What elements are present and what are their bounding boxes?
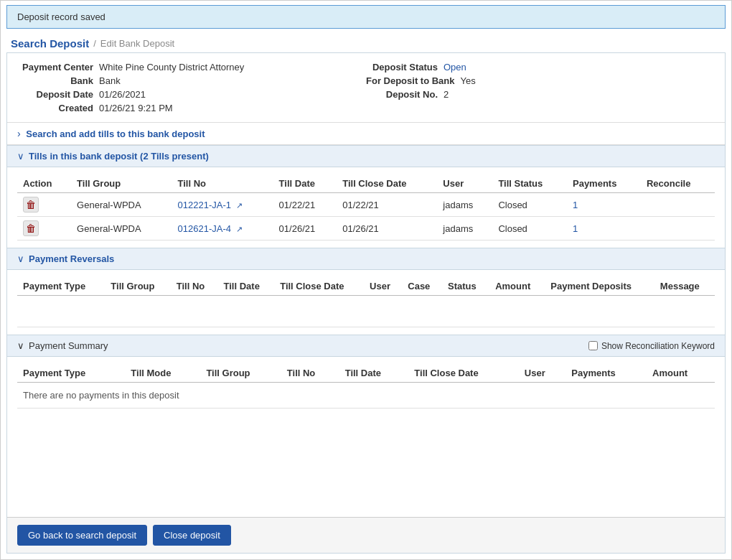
bank-label: Bank [22,75,93,86]
reversals-expand-arrow: ∨ [17,253,24,264]
rev-col-case: Case [402,277,442,296]
deposit-date-row: Deposit Date 01/26/2021 [22,89,366,100]
show-reconciliation-area: Show Reconciliation Keyword [588,341,715,351]
rev-col-till-date: Till Date [218,277,275,296]
created-label: Created [22,103,93,113]
tills-expand-arrow: ∨ [17,151,24,162]
rev-col-status: Status [442,277,489,296]
payment-summary-header: ∨ Payment Summary Show Reconciliation Ke… [7,335,725,357]
tills-table-header-row: Action Till Group Till No Till Date Till… [17,174,715,193]
show-reconciliation-checkbox[interactable] [588,341,598,350]
col-reconcile: Reconcile [641,174,715,193]
till-date-cell: 01/22/21 [273,193,337,217]
till-reconcile-cell [641,217,715,241]
rev-col-till-group: Till Group [105,277,170,296]
till-no-cell[interactable]: 012221-JA-1 ↗ [172,193,273,217]
success-banner: Deposit record saved [6,5,726,29]
sum-col-till-group: Till Group [200,364,281,383]
info-left: Payment Center White Pine County Distric… [22,62,366,113]
summary-expand-arrow: ∨ [17,340,24,351]
created-value: 01/26/21 9:21 PM [99,103,173,113]
rev-col-till-close-date: Till Close Date [274,277,364,296]
till-user-cell: jadams [437,193,492,217]
deposit-no-label: Deposit No. [366,89,438,100]
reversals-empty-cell [17,296,715,327]
no-payments-message: There are no payments in this deposit [17,383,715,409]
summary-header-row: Payment Type Till Mode Till Group Till N… [17,364,715,383]
till-status-cell: Closed [492,217,567,241]
breadcrumb: Search Deposit / Edit Bank Deposit [1,33,731,52]
go-back-button[interactable]: Go back to search deposit [17,525,147,546]
tills-table: Action Till Group Till No Till Date Till… [17,174,715,241]
search-add-link[interactable]: Search and add tills to this bank deposi… [26,129,205,139]
col-till-no: Till No [172,174,273,193]
till-group-cell: General-WPDA [71,193,172,217]
reversals-table-section: Payment Type Till Group Till No Till Dat… [7,270,725,335]
deposit-no-value: 2 [444,89,449,100]
for-deposit-row: For Deposit to Bank Yes [366,75,710,86]
rev-col-amount: Amount [489,277,545,296]
delete-till-icon[interactable]: 🗑 [23,197,39,213]
created-row: Created 01/26/21 9:21 PM [22,103,366,113]
tills-table-section: Action Till Group Till No Till Date Till… [7,167,725,248]
col-till-close-date: Till Close Date [337,174,437,193]
reversals-header-row: Payment Type Till Group Till No Till Dat… [17,277,715,296]
main-content: Payment Center White Pine County Distric… [6,52,726,554]
breadcrumb-separator: / [93,38,96,49]
till-payments-cell[interactable]: 1 [567,217,641,241]
col-action: Action [17,174,71,193]
footer-buttons: Go back to search deposit Close deposit [7,517,725,553]
sum-col-payments: Payments [566,364,647,383]
rev-col-user: User [364,277,402,296]
sum-col-till-no: Till No [281,364,339,383]
sum-col-till-mode: Till Mode [125,364,200,383]
external-link-icon: ↗ [236,201,243,210]
deposit-date-label: Deposit Date [22,89,93,100]
for-deposit-label: For Deposit to Bank [366,75,455,86]
deposit-info-section: Payment Center White Pine County Distric… [7,53,725,123]
for-deposit-value: Yes [461,75,476,86]
tills-section-header[interactable]: ∨ Tills in this bank deposit (2 Tills pr… [7,145,725,167]
rev-col-payment-deposits: Payment Deposits [545,277,654,296]
till-no-cell[interactable]: 012621-JA-4 ↗ [172,217,273,241]
payment-center-row: Payment Center White Pine County Distric… [22,62,366,73]
sum-col-till-close-date: Till Close Date [408,364,518,383]
reversals-section-title: Payment Reversals [29,253,114,264]
till-group-cell: General-WPDA [71,217,172,241]
search-add-arrow: › [17,128,21,139]
tills-section-title: Tills in this bank deposit (2 Tills pres… [29,151,209,162]
success-message: Deposit record saved [17,11,105,22]
col-payments: Payments [567,174,641,193]
delete-till-icon[interactable]: 🗑 [23,220,39,236]
close-deposit-button[interactable]: Close deposit [153,525,231,546]
col-user: User [437,174,492,193]
payment-center-value: White Pine County District Attorney [99,62,244,73]
reversals-table: Payment Type Till Group Till No Till Dat… [17,277,715,327]
payment-reversals-header[interactable]: ∨ Payment Reversals [7,248,725,270]
deposit-status-row: Deposit Status Open [366,62,710,73]
rev-col-message: Message [654,277,715,296]
till-status-cell: Closed [492,193,567,217]
sum-col-payment-type: Payment Type [17,364,125,383]
info-right: Deposit Status Open For Deposit to Bank … [366,62,710,113]
external-link-icon: ↗ [236,225,243,233]
till-close-date-cell: 01/22/21 [337,193,437,217]
deposit-date-value: 01/26/2021 [99,89,146,100]
table-row: 🗑 General-WPDA 012621-JA-4 ↗ 01/26/21 01… [17,217,715,241]
till-payments-cell[interactable]: 1 [567,193,641,217]
till-date-cell: 01/26/21 [273,217,337,241]
rev-col-till-no: Till No [171,277,218,296]
payment-summary-table: Payment Type Till Mode Till Group Till N… [17,364,715,409]
deposit-status-label: Deposit Status [366,62,438,73]
sum-col-user: User [519,364,566,383]
payment-summary-toggle[interactable]: ∨ Payment Summary [17,340,108,351]
col-till-group: Till Group [71,174,172,193]
deposit-status-value[interactable]: Open [444,62,466,73]
payment-center-label: Payment Center [22,62,93,73]
payment-summary-table-section: Payment Type Till Mode Till Group Till N… [7,357,725,416]
till-action-cell: 🗑 [17,193,71,217]
show-reconciliation-label: Show Reconciliation Keyword [601,341,715,351]
rev-col-payment-type: Payment Type [17,277,105,296]
breadcrumb-search-link[interactable]: Search Deposit [11,37,89,50]
bank-row: Bank Bank [22,75,366,86]
